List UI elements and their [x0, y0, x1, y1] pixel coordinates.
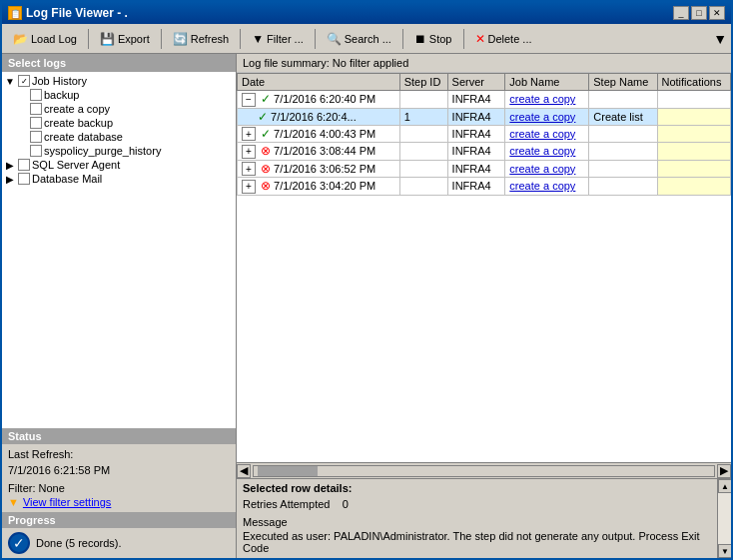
- toolbar-dropdown-arrow[interactable]: ▼: [713, 31, 727, 47]
- row-expand-button[interactable]: +: [242, 162, 256, 176]
- title-bar-left: 📋 Log File Viewer - .: [8, 6, 128, 20]
- row-server: INFRA4: [447, 178, 505, 196]
- tree-item-backup[interactable]: backup: [16, 88, 234, 102]
- search-label: Search ...: [345, 33, 391, 45]
- col-date[interactable]: Date: [238, 74, 400, 91]
- row-step-name: [589, 160, 657, 178]
- tree-label-create-backup: create backup: [44, 117, 113, 129]
- scrollbar-thumb[interactable]: [258, 466, 318, 476]
- detail-area: Selected row details: Retries Attempted …: [237, 478, 731, 558]
- close-button[interactable]: ✕: [709, 6, 725, 20]
- tree-item-syspolicy[interactable]: syspolicy_purge_history: [16, 144, 234, 158]
- toolbar-separator-4: [315, 29, 316, 49]
- horizontal-scrollbar[interactable]: [253, 465, 715, 477]
- tree-label-create-database: create database: [44, 131, 123, 143]
- table-row[interactable]: + ✓ 7/1/2016 4:00:43 PM INFRA4 create a …: [238, 125, 731, 143]
- tree-item-job-history[interactable]: ▼ ✓ Job History: [4, 74, 234, 88]
- expand-icon-syspolicy: [16, 146, 28, 157]
- job-name-link[interactable]: create a copy: [509, 145, 575, 157]
- scroll-right-button[interactable]: ▶: [717, 464, 731, 478]
- maximize-button[interactable]: □: [691, 6, 707, 20]
- toolbar-separator-2: [161, 29, 162, 49]
- window-icon: 📋: [8, 6, 22, 20]
- checkbox-create-database[interactable]: [30, 131, 42, 143]
- tree-item-database-mail[interactable]: ▶ Database Mail: [4, 172, 234, 186]
- tree-area[interactable]: ▼ ✓ Job History backup create a copy: [2, 72, 236, 428]
- detail-scroll-up-button[interactable]: ▲: [718, 479, 731, 493]
- filter-label: Filter ...: [267, 33, 304, 45]
- checkbox-job-history[interactable]: ✓: [18, 75, 30, 87]
- table-row[interactable]: − ✓ 7/1/2016 6:20:40 PM INFRA4 create a …: [238, 91, 731, 109]
- tree-item-create-database[interactable]: create database: [16, 130, 234, 144]
- search-button[interactable]: 🔍 Search ...: [320, 29, 398, 49]
- tree-label-backup: backup: [44, 89, 79, 101]
- col-job-name[interactable]: Job Name: [505, 74, 589, 91]
- export-button[interactable]: 💾 Export: [93, 29, 157, 49]
- checkbox-sql-agent[interactable]: [18, 159, 30, 171]
- row-notifications: [657, 160, 731, 178]
- checkbox-create-a-copy[interactable]: [30, 103, 42, 115]
- table-row[interactable]: + ⊗ 7/1/2016 3:08:44 PM INFRA4 create a …: [238, 143, 731, 161]
- job-name-link[interactable]: create a copy: [509, 111, 575, 123]
- expand-icon-database-mail[interactable]: ▶: [4, 174, 16, 185]
- delete-button[interactable]: ✕ Delete ...: [468, 29, 539, 49]
- detail-scroll-down-button[interactable]: ▼: [718, 544, 731, 558]
- row-job-name: create a copy: [505, 108, 589, 125]
- row-job-name: create a copy: [505, 143, 589, 161]
- row-notifications: [657, 108, 731, 125]
- job-name-link[interactable]: create a copy: [509, 128, 575, 140]
- col-step-id[interactable]: Step ID: [399, 74, 447, 91]
- tree-label-database-mail: Database Mail: [32, 173, 102, 185]
- detail-message-text: Executed as user: PALADIN\Administrator.…: [243, 530, 725, 554]
- view-filter-link[interactable]: View filter settings: [23, 496, 111, 508]
- stop-button[interactable]: ⏹ Stop: [407, 29, 459, 49]
- job-name-link[interactable]: create a copy: [509, 163, 575, 175]
- minimize-button[interactable]: _: [673, 6, 689, 20]
- row-expand-button[interactable]: −: [242, 93, 256, 107]
- job-name-link[interactable]: create a copy: [509, 180, 575, 192]
- checkbox-syspolicy[interactable]: [30, 145, 42, 157]
- detail-scrollbar[interactable]: ▲ ▼: [717, 479, 731, 558]
- tree-label-job-history: Job History: [32, 75, 87, 87]
- last-refresh-label: Last Refresh:: [8, 448, 230, 460]
- row-expand-button[interactable]: +: [242, 127, 256, 141]
- row-expand-button[interactable]: +: [242, 180, 256, 194]
- table-row[interactable]: ✓ 7/1/2016 6:20:4... 1 INFRA4 create a c…: [238, 108, 731, 125]
- scroll-left-button[interactable]: ◀: [237, 464, 251, 478]
- expand-icon-sql-agent[interactable]: ▶: [4, 160, 16, 171]
- tree-item-create-backup[interactable]: create backup: [16, 116, 234, 130]
- row-notifications: [657, 91, 731, 109]
- checkbox-database-mail[interactable]: [18, 173, 30, 185]
- checkbox-backup[interactable]: [30, 89, 42, 101]
- table-row[interactable]: + ⊗ 7/1/2016 3:06:52 PM INFRA4 create a …: [238, 160, 731, 178]
- row-expand-button[interactable]: +: [242, 145, 256, 159]
- tree-label-create-a-copy: create a copy: [44, 103, 110, 115]
- refresh-button[interactable]: 🔄 Refresh: [166, 29, 237, 49]
- row-step-name: Create list: [589, 108, 657, 125]
- tree-item-create-a-copy[interactable]: create a copy: [16, 102, 234, 116]
- row-status-error-icon: ⊗: [261, 144, 271, 158]
- left-panel: Select logs ▼ ✓ Job History backup: [2, 54, 237, 558]
- log-table: Date Step ID Server Job Name Step Name N…: [237, 73, 731, 196]
- search-icon: 🔍: [327, 32, 342, 46]
- col-notifications[interactable]: Notifications: [657, 74, 731, 91]
- row-server: INFRA4: [447, 108, 505, 125]
- row-notifications: [657, 143, 731, 161]
- progress-content: ✓ Done (5 records).: [2, 528, 236, 558]
- title-buttons: _ □ ✕: [673, 6, 725, 20]
- row-step-id: [399, 178, 447, 196]
- col-server[interactable]: Server: [447, 74, 505, 91]
- checkbox-create-backup[interactable]: [30, 117, 42, 129]
- load-log-button[interactable]: 📂 Load Log: [6, 29, 84, 49]
- table-row[interactable]: + ⊗ 7/1/2016 3:04:20 PM INFRA4 create a …: [238, 178, 731, 196]
- job-name-link[interactable]: create a copy: [509, 93, 575, 105]
- table-area[interactable]: Date Step ID Server Job Name Step Name N…: [237, 73, 731, 462]
- load-log-icon: 📂: [13, 32, 28, 46]
- toolbar-separator-5: [402, 29, 403, 49]
- delete-icon: ✕: [475, 32, 485, 46]
- col-step-name[interactable]: Step Name: [589, 74, 657, 91]
- filter-button[interactable]: ▼ Filter ...: [245, 29, 311, 49]
- tree-item-sql-agent[interactable]: ▶ SQL Server Agent: [4, 158, 234, 172]
- expand-icon-create-copy: [16, 104, 28, 115]
- expand-icon-job-history[interactable]: ▼: [4, 76, 16, 87]
